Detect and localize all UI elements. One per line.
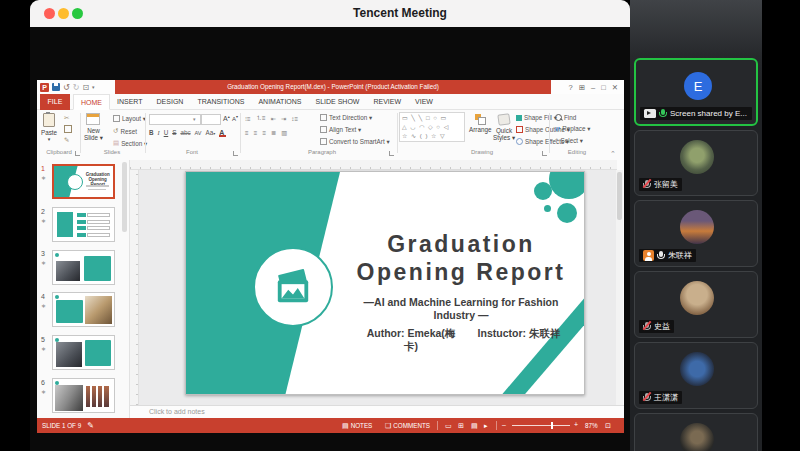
underline-button[interactable]: U: [164, 129, 169, 136]
slide-thumbnail-5[interactable]: [52, 335, 115, 370]
slide-thumbnail-2[interactable]: [52, 207, 115, 242]
participant-tile[interactable]: [634, 413, 758, 451]
ribbon-display-icon[interactable]: ⊞: [579, 83, 585, 92]
thumbnail-scrollbar[interactable]: [122, 162, 127, 232]
slide-scrollbar[interactable]: [616, 170, 623, 405]
participant-tile[interactable]: 朱联祥: [634, 200, 758, 267]
comments-toggle[interactable]: ❑COMMENTS: [385, 422, 430, 430]
decrease-indent-icon[interactable]: ⇤: [271, 115, 276, 122]
start-slideshow-icon[interactable]: ⊡: [82, 83, 89, 92]
justify-icon[interactable]: ≣: [271, 129, 276, 136]
new-slide-button[interactable]: New Slide ▾: [84, 113, 103, 141]
quick-styles-button[interactable]: Quick Styles ▾: [493, 114, 515, 141]
font-color-button[interactable]: A: [219, 129, 224, 136]
zoom-level[interactable]: 87%: [585, 422, 598, 429]
participant-tile-sharing[interactable]: E Screen shared by E...: [634, 58, 758, 126]
zoom-slider-track[interactable]: [512, 425, 570, 426]
reset-button[interactable]: ↺Reset: [113, 127, 137, 135]
slide-title[interactable]: Graduation Opening Report: [336, 230, 585, 286]
change-case-button[interactable]: Aa▾: [206, 129, 216, 136]
select-button[interactable]: ⌖Select ▾: [555, 136, 583, 144]
ink-pen-icon[interactable]: ✎: [87, 421, 94, 430]
slide-instructor[interactable]: Instuctor: 朱联祥: [454, 327, 584, 340]
tab-transitions[interactable]: TRANSITIONS: [190, 94, 251, 110]
help-icon[interactable]: ?: [569, 83, 573, 92]
line-spacing-icon[interactable]: ↕≡: [291, 115, 298, 122]
save-icon[interactable]: [52, 83, 60, 91]
grow-font-button[interactable]: A▴: [223, 114, 230, 122]
slide-thumbnail-3[interactable]: [52, 250, 115, 285]
shrink-font-button[interactable]: A▾: [232, 114, 238, 122]
text-shadow-button[interactable]: abc: [180, 129, 190, 136]
convert-smartart-button[interactable]: Convert to SmartArt ▾: [320, 138, 390, 145]
shapes-gallery[interactable]: ▭ ╲ ╲ □ ○ ▭ △ ◡ ◠ ◇ ○ ◁ ☆ ∿ ( ) ☆ ▽: [399, 112, 465, 142]
zoom-in-icon[interactable]: +: [574, 421, 578, 428]
participant-tile[interactable]: 张留美: [634, 130, 758, 196]
slide-canvas[interactable]: Graduation Opening Report —AI and Machin…: [185, 171, 585, 395]
participant-tile[interactable]: 王潇潇: [634, 342, 758, 409]
tab-file[interactable]: FILE: [40, 94, 70, 110]
text-direction-button[interactable]: Text Direction ▾: [320, 114, 372, 121]
font-size-combo[interactable]: [201, 114, 221, 125]
font-dialog-launcher[interactable]: [233, 151, 238, 156]
reading-view-icon[interactable]: ▤: [471, 422, 478, 430]
numbering-icon[interactable]: ⒈≡: [256, 114, 266, 123]
cut-icon[interactable]: ✂: [64, 114, 69, 122]
slide-thumbnail-4[interactable]: [52, 292, 115, 327]
close-traffic-light[interactable]: [44, 8, 55, 19]
character-spacing-button[interactable]: AV: [195, 130, 202, 136]
paste-button[interactable]: Paste▾: [41, 113, 57, 143]
minimize-traffic-light[interactable]: [58, 8, 69, 19]
shape-fill-button[interactable]: Shape Fill ▾: [516, 114, 557, 121]
tab-animations[interactable]: ANIMATIONS: [251, 94, 308, 110]
italic-button[interactable]: I: [158, 129, 160, 136]
zoom-out-icon[interactable]: –: [502, 421, 506, 428]
notes-toggle[interactable]: ▤NOTES: [342, 422, 372, 430]
ppt-minimize-icon[interactable]: –: [591, 83, 595, 92]
align-center-icon[interactable]: ≡: [254, 129, 258, 136]
tab-view[interactable]: VIEW: [408, 94, 440, 110]
find-button[interactable]: Find: [555, 114, 576, 121]
layout-button[interactable]: Layout ▾: [113, 115, 146, 122]
align-text-button[interactable]: Align Text ▾: [320, 126, 361, 133]
tab-review[interactable]: REVIEW: [366, 94, 408, 110]
paragraph-dialog-launcher[interactable]: [389, 151, 394, 156]
tab-home[interactable]: HOME: [73, 94, 110, 110]
slide-thumbnail-6[interactable]: [52, 378, 115, 413]
redo-icon[interactable]: ↻: [73, 83, 80, 92]
bullets-icon[interactable]: ⁝≡: [245, 115, 251, 122]
zoom-slider-thumb[interactable]: [551, 422, 553, 429]
zoom-traffic-light[interactable]: [72, 8, 83, 19]
ribbon: Paste▾ ✂ ✎ Clipboard New Slide ▾ Layout …: [37, 110, 624, 158]
collapse-ribbon-icon[interactable]: ⌃: [610, 150, 616, 158]
columns-icon[interactable]: ▥: [281, 129, 287, 136]
tab-slideshow[interactable]: SLIDE SHOW: [309, 94, 367, 110]
fit-to-window-icon[interactable]: ⊡: [605, 422, 611, 430]
participant-tile[interactable]: 史益: [634, 271, 758, 338]
arrange-button[interactable]: Arrange: [469, 114, 491, 133]
drawing-dialog-launcher[interactable]: [542, 151, 547, 156]
slide-thumbnail-1[interactable]: Graduation Opening Report: [52, 164, 115, 199]
slide-sorter-icon[interactable]: ⊞: [458, 422, 464, 430]
align-right-icon[interactable]: ≡: [262, 129, 266, 136]
normal-view-icon[interactable]: ▭: [445, 422, 452, 430]
undo-icon[interactable]: ↺: [63, 83, 70, 92]
thumb-number: 5: [41, 336, 45, 343]
align-left-icon[interactable]: ≡: [245, 129, 249, 136]
increase-indent-icon[interactable]: ⇥: [281, 115, 286, 122]
slideshow-view-icon[interactable]: ▸: [484, 422, 488, 430]
format-painter-icon[interactable]: ✎: [64, 136, 69, 144]
slide-subtitle[interactable]: —AI and Machine Learning for Fashion Ind…: [336, 296, 585, 322]
section-button[interactable]: ▤Section ▾: [113, 139, 147, 147]
tab-design[interactable]: DESIGN: [150, 94, 191, 110]
tab-insert[interactable]: INSERT: [110, 94, 150, 110]
ppt-restore-icon[interactable]: □: [601, 83, 606, 92]
strikethrough-button[interactable]: S: [172, 129, 176, 136]
customize-qat-icon[interactable]: ▾: [92, 84, 95, 90]
replace-button[interactable]: ⇄Replace ▾: [555, 125, 590, 132]
copy-icon[interactable]: [64, 125, 72, 133]
screen-share-icon: [644, 109, 656, 118]
bold-button[interactable]: B: [149, 129, 154, 136]
ppt-close-icon[interactable]: ✕: [612, 83, 618, 92]
notes-pane[interactable]: Click to add notes: [130, 405, 624, 418]
